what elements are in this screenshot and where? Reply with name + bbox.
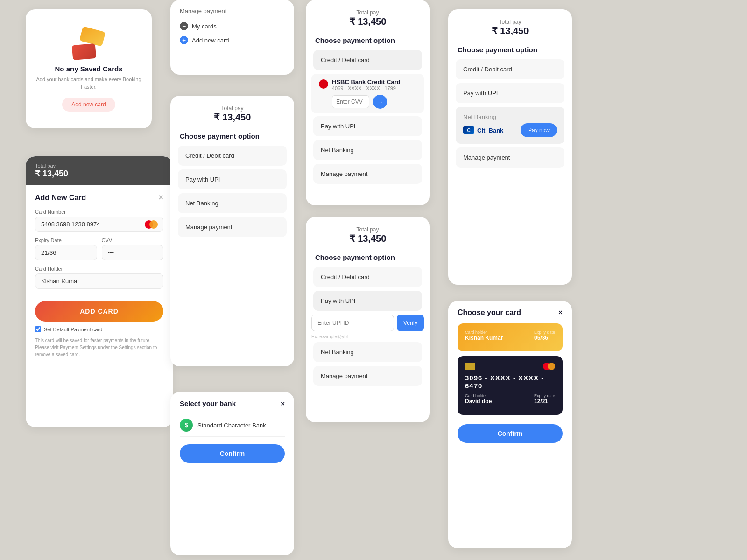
payment-simple-panel: Total pay ₹ 13,450 Choose payment option… bbox=[170, 96, 294, 366]
card-number-label: Card Number bbox=[35, 209, 163, 215]
my-cards-label: My cards bbox=[192, 23, 217, 30]
payment-simple-header: Total pay ₹ 13,450 bbox=[170, 96, 294, 132]
default-payment-row: Set Default Payment card bbox=[35, 326, 163, 332]
card-number-input[interactable] bbox=[35, 217, 163, 232]
hsbc-card-row: HSBC Bank Credit Card 4069 - XXXX - XXXX… bbox=[311, 74, 424, 113]
pay-upi-option[interactable]: Pay with UPI bbox=[313, 291, 422, 311]
expiry-label: Expiry Date bbox=[35, 238, 97, 243]
bank-confirm-button[interactable]: Confirm bbox=[180, 444, 285, 463]
bank-close-icon[interactable]: × bbox=[281, 399, 285, 407]
upi-id-input[interactable] bbox=[311, 315, 394, 331]
upi-input-row: Verify bbox=[306, 315, 430, 331]
gold-expiry-group: Expiry date 05/36 bbox=[534, 330, 555, 341]
add-new-card-label: Add new card bbox=[192, 37, 229, 44]
card-holder-label: Card Holder bbox=[35, 266, 163, 272]
confirm-card-button[interactable]: Confirm bbox=[458, 424, 563, 443]
citi-icon bbox=[463, 126, 474, 134]
right-section-title: Choose payment option bbox=[448, 46, 572, 59]
right-header: Total pay ₹ 13,450 bbox=[448, 9, 572, 46]
cvv-row: → bbox=[332, 95, 401, 109]
net-banking-upi-panel[interactable]: Net Banking bbox=[313, 342, 422, 362]
cvv-group: CVV bbox=[102, 238, 164, 260]
payment-manage[interactable]: Manage payment bbox=[178, 217, 287, 237]
hsbc-total-amount: ₹ 13,450 bbox=[315, 16, 420, 27]
right-credit-debit[interactable]: Credit / Debit card bbox=[456, 59, 564, 79]
citi-bank-name: Citi Bank bbox=[477, 127, 503, 134]
cvv-label: CVV bbox=[102, 238, 164, 243]
upi-total-label: Total pay bbox=[315, 226, 420, 233]
payment-simple-total-label: Total pay bbox=[180, 105, 285, 112]
standard-bank-item[interactable]: Standard Character Bank bbox=[180, 414, 285, 437]
right-upi[interactable]: Pay with UPI bbox=[456, 83, 564, 103]
hsbc-card-name: HSBC Bank Credit Card bbox=[332, 78, 401, 85]
gold-holder-name: Kishan Kumar bbox=[465, 335, 503, 341]
add-card-title-text: Add New Card bbox=[35, 194, 86, 202]
right-net-banking[interactable]: Net Banking Citi Bank Pay now bbox=[456, 107, 564, 144]
add-card-panel: Total pay ₹ 13,450 Add New Card × Card N… bbox=[26, 156, 173, 427]
choose-card-panel: Choose your card × Card holder Kishan Ku… bbox=[448, 301, 572, 548]
right-total-label: Total pay bbox=[458, 19, 563, 25]
payment-upi[interactable]: Pay with UPI bbox=[178, 169, 287, 189]
gold-card-meta: Card holder Kishan Kumar Expiry date 05/… bbox=[465, 330, 555, 341]
card-front-icon bbox=[72, 43, 97, 60]
right-total-amount: ₹ 13,450 bbox=[458, 25, 563, 36]
add-new-card-item[interactable]: + Add new card bbox=[180, 33, 285, 47]
dark-card-item[interactable]: 3096 - XXXX - XXXX - 6470 Card holder Da… bbox=[458, 356, 563, 415]
select-bank-title-text: Select your bank bbox=[180, 399, 236, 407]
gold-expiry-value: 05/36 bbox=[534, 335, 555, 341]
gold-holder-label: Card holder bbox=[465, 330, 503, 335]
add-new-card-button[interactable]: Add new card bbox=[62, 98, 115, 112]
no-saved-cards-panel: No any Saved Cards Add your bank cards a… bbox=[26, 9, 152, 128]
card-stack-icon bbox=[72, 27, 105, 59]
upi-total-amount: ₹ 13,450 bbox=[315, 233, 420, 244]
hsbc-remove-icon[interactable] bbox=[319, 79, 328, 89]
add-card-total-amount: ₹ 13,450 bbox=[35, 168, 163, 179]
right-manage[interactable]: Manage payment bbox=[456, 147, 564, 168]
dark-expiry-label: Expiry date bbox=[534, 393, 555, 398]
expiry-input[interactable] bbox=[35, 245, 97, 260]
standard-bank-logo bbox=[180, 419, 193, 432]
right-payment-panel: Total pay ₹ 13,450 Choose payment option… bbox=[448, 9, 572, 285]
card-number-wrapper bbox=[35, 217, 163, 232]
payment-net-banking[interactable]: Net Banking bbox=[178, 193, 287, 213]
choose-card-close-icon[interactable]: × bbox=[558, 308, 563, 317]
proceed-button[interactable]: → bbox=[373, 95, 387, 109]
dark-chip bbox=[465, 363, 475, 370]
gold-expiry-label: Expiry date bbox=[534, 330, 555, 335]
cvv-input[interactable] bbox=[102, 245, 164, 260]
default-payment-checkbox[interactable] bbox=[35, 326, 41, 332]
card-number-group: Card Number bbox=[35, 209, 163, 232]
net-banking-option-hsbc[interactable]: Net Banking bbox=[313, 140, 422, 160]
verify-button[interactable]: Verify bbox=[397, 315, 424, 331]
choose-card-title: Choose your card × bbox=[458, 308, 563, 317]
no-cards-title: No any Saved Cards bbox=[55, 65, 122, 73]
manage-option-hsbc[interactable]: Manage payment bbox=[313, 164, 422, 184]
credit-debit-option[interactable]: Credit / Debit card bbox=[313, 50, 422, 70]
gold-holder-group: Card holder Kishan Kumar bbox=[465, 330, 503, 341]
standard-bank-name: Standard Character Bank bbox=[197, 422, 266, 429]
cvv-field[interactable] bbox=[332, 95, 369, 108]
upi-option-hsbc[interactable]: Pay with UPI bbox=[313, 116, 422, 136]
dark-holder-label: Card holder bbox=[465, 393, 492, 398]
add-card-form-title: Add New Card × bbox=[35, 193, 163, 203]
credit-debit-upi-panel[interactable]: Credit / Debit card bbox=[313, 267, 422, 287]
payment-credit-debit[interactable]: Credit / Debit card bbox=[178, 146, 287, 166]
add-card-form-body: Add New Card × Card Number Expiry Date C… bbox=[26, 185, 173, 365]
add-card-header: Total pay ₹ 13,450 bbox=[26, 156, 173, 185]
add-card-submit-button[interactable]: ADD CARD bbox=[35, 301, 163, 322]
card-holder-input[interactable] bbox=[35, 273, 163, 289]
gold-card-item[interactable]: Card holder Kishan Kumar Expiry date 05/… bbox=[458, 323, 563, 351]
dark-expiry-value: 12/21 bbox=[534, 398, 555, 405]
hsbc-card-details: HSBC Bank Credit Card 4069 - XXXX - XXXX… bbox=[332, 78, 401, 109]
pay-now-button[interactable]: Pay now bbox=[521, 123, 557, 137]
dark-card-meta: Card holder David doe Expiry date 12/21 bbox=[465, 393, 555, 405]
default-payment-label: Set Default Payment card bbox=[44, 327, 102, 332]
manage-upi-panel[interactable]: Manage payment bbox=[313, 366, 422, 386]
close-icon[interactable]: × bbox=[158, 193, 163, 203]
my-cards-item[interactable]: − My cards bbox=[180, 19, 285, 33]
upi-section-title: Choose payment option bbox=[306, 253, 430, 267]
card-holder-group: Card Holder bbox=[35, 266, 163, 289]
citi-logo: Citi Bank bbox=[463, 126, 503, 134]
mastercard-mini-icon bbox=[543, 363, 555, 370]
hsbc-card-number: 4069 - XXXX - XXXX - 1799 bbox=[332, 85, 401, 91]
